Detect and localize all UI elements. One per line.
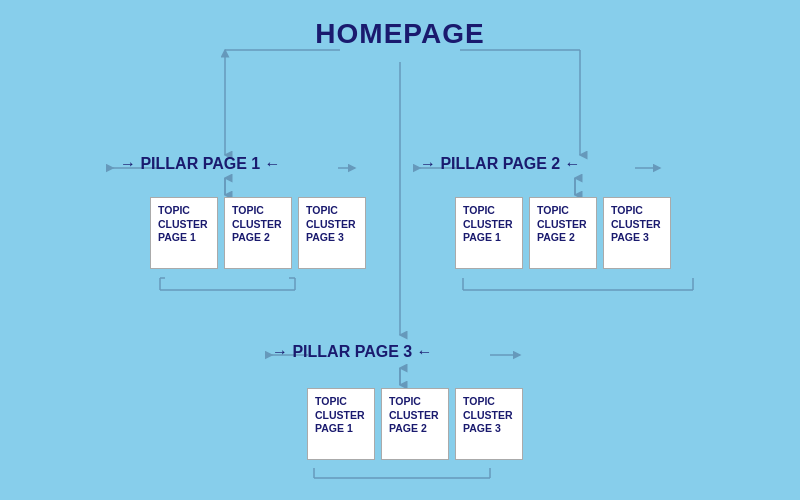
pillar2-topic3-box: TOPIC CLUSTER PAGE 3 <box>603 197 671 269</box>
diagram: HOMEPAGE <box>0 0 800 500</box>
pillar2-topic1-box: TOPIC CLUSTER PAGE 1 <box>455 197 523 269</box>
pillar2-topic2-box: TOPIC CLUSTER PAGE 2 <box>529 197 597 269</box>
pillar3-label: → PILLAR PAGE 3 ← <box>272 343 433 361</box>
pillar1-topic3-box: TOPIC CLUSTER PAGE 3 <box>298 197 366 269</box>
pillar1-label: → PILLAR PAGE 1 ← <box>120 155 281 173</box>
pillar3-topic2-box: TOPIC CLUSTER PAGE 2 <box>381 388 449 460</box>
pillar3-topic1-box: TOPIC CLUSTER PAGE 1 <box>307 388 375 460</box>
pillar1-topic1-box: TOPIC CLUSTER PAGE 1 <box>150 197 218 269</box>
pillar1-topic2-box: TOPIC CLUSTER PAGE 2 <box>224 197 292 269</box>
pillar3-topic3-box: TOPIC CLUSTER PAGE 3 <box>455 388 523 460</box>
homepage-label: HOMEPAGE <box>315 18 484 50</box>
pillar2-label: → PILLAR PAGE 2 ← <box>420 155 581 173</box>
